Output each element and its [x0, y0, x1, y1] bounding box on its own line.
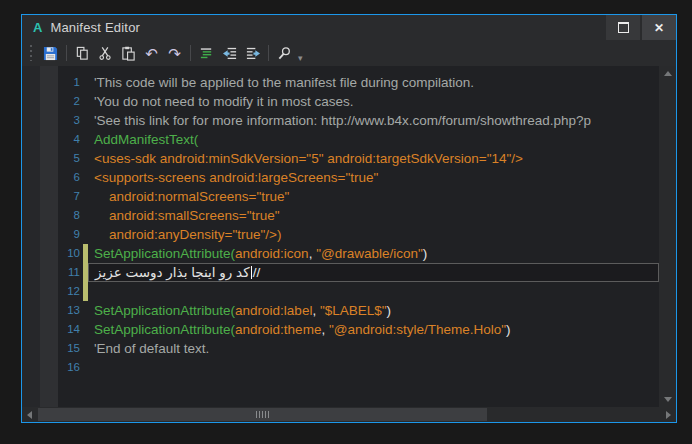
close-icon: ✕: [654, 22, 664, 34]
code-editor[interactable]: 1'This code will be applied to the manif…: [58, 66, 659, 407]
code-token: SetApplicationAttribute(: [94, 246, 235, 261]
code-text: [88, 282, 659, 301]
line-number: 5: [58, 149, 80, 168]
scroll-down-icon: [664, 397, 672, 402]
code-text: 'You do not need to modify it in most ca…: [88, 92, 659, 111]
line-number: 14: [58, 320, 80, 339]
code-text: 'End of default text.: [88, 339, 659, 358]
code-token: کد رو اینجا بذار دوست عزیز: [95, 265, 250, 280]
code-text: SetApplicationAttribute(android:theme, "…: [88, 320, 659, 339]
code-token: <supports-screens android:largeScreens="…: [94, 170, 378, 185]
horizontal-scrollbar[interactable]: [22, 407, 676, 422]
code-line[interactable]: 1'This code will be applied to the manif…: [58, 73, 659, 92]
line-number: 12: [58, 282, 80, 301]
code-token: SetApplicationAttribute(: [94, 322, 235, 337]
search-icon: [277, 46, 292, 61]
line-number: 1: [58, 73, 80, 92]
code-line[interactable]: 6<supports-screens android:largeScreens=…: [58, 168, 659, 187]
code-token: 'You do not need to modify it in most ca…: [94, 94, 353, 109]
code-line[interactable]: 11کد رو اینجا بذار دوست عزیز//: [58, 263, 659, 282]
code-token: android:icon: [235, 246, 309, 261]
code-token: android:normalScreens="true": [94, 189, 289, 204]
code-line[interactable]: 7 android:normalScreens="true": [58, 187, 659, 206]
app-logo: A: [33, 20, 42, 35]
toolbar-overflow-icon[interactable]: ▾: [298, 53, 303, 66]
code-text: AddManifestText(: [88, 130, 659, 149]
code-token: AddManifestText(: [94, 132, 198, 147]
code-line[interactable]: 9 android:anyDensity="true"/>): [58, 225, 659, 244]
code-token: ): [423, 246, 428, 261]
maximize-button[interactable]: [606, 15, 640, 40]
line-number: 9: [58, 225, 80, 244]
code-line[interactable]: 10SetApplicationAttribute(android:icon, …: [58, 244, 659, 263]
code-text: android:smallScreens="true": [88, 206, 659, 225]
line-number: 2: [58, 92, 80, 111]
cut-button[interactable]: [94, 42, 117, 64]
text-cursor: [251, 266, 252, 279]
scroll-left-icon: [27, 411, 32, 419]
horizontal-scroll-thumb[interactable]: [38, 408, 487, 421]
code-text: android:normalScreens="true": [88, 187, 659, 206]
shift-right-button[interactable]: [241, 42, 264, 64]
code-line[interactable]: 3'See this link for for more information…: [58, 111, 659, 130]
shift-left-button[interactable]: [218, 42, 241, 64]
code-line[interactable]: 5<uses-sdk android:minSdkVersion="5" and…: [58, 149, 659, 168]
line-number: 3: [58, 111, 80, 130]
toolbar-separator: [268, 45, 269, 61]
cut-icon: [98, 46, 113, 61]
close-button[interactable]: ✕: [642, 15, 676, 40]
manifest-editor-window: A Manifest Editor ✕: [21, 14, 677, 423]
line-number: 7: [58, 187, 80, 206]
scroll-up-icon: [664, 71, 672, 76]
line-number: 13: [58, 301, 80, 320]
code-token: ,: [312, 303, 320, 318]
maximize-icon: [618, 22, 629, 33]
undo-icon: ↶: [145, 46, 158, 61]
line-number: 4: [58, 130, 80, 149]
toolbar-grip[interactable]: [28, 45, 35, 61]
paste-button[interactable]: [117, 42, 140, 64]
search-button[interactable]: [273, 42, 296, 64]
code-text: <uses-sdk android:minSdkVersion="5" andr…: [88, 149, 659, 168]
redo-button[interactable]: ↷: [163, 42, 186, 64]
code-line[interactable]: 14SetApplicationAttribute(android:theme,…: [58, 320, 659, 339]
scroll-left-button[interactable]: [22, 407, 37, 422]
editor-selection-margin: [22, 66, 40, 407]
line-number: 8: [58, 206, 80, 225]
code-token: android:smallScreens="true": [94, 208, 280, 223]
titlebar[interactable]: A Manifest Editor ✕: [22, 15, 676, 40]
code-token: ): [387, 303, 392, 318]
scroll-up-button[interactable]: [659, 66, 676, 81]
undo-button[interactable]: ↶: [140, 42, 163, 64]
code-token: android:label: [235, 303, 312, 318]
window-controls: ✕: [604, 15, 676, 40]
format-lines-button[interactable]: [195, 42, 218, 64]
code-line[interactable]: 13SetApplicationAttribute(android:label,…: [58, 301, 659, 320]
code-line[interactable]: 12: [58, 282, 659, 301]
code-token: 'End of default text.: [94, 341, 209, 356]
line-number: 6: [58, 168, 80, 187]
copy-icon: [75, 46, 90, 61]
code-line[interactable]: 15'End of default text.: [58, 339, 659, 358]
line-number: 11: [58, 263, 80, 282]
code-text: 'This code will be applied to the manife…: [88, 73, 659, 92]
code-text: کد رو اینجا بذار دوست عزیز//: [88, 263, 659, 282]
horizontal-scroll-track[interactable]: [37, 407, 661, 422]
copy-button[interactable]: [71, 42, 94, 64]
shift-left-icon: [222, 46, 238, 61]
code-line[interactable]: 16: [58, 358, 659, 377]
editor-area: 1'This code will be applied to the manif…: [22, 66, 676, 407]
editor-icon-margin: [40, 66, 58, 407]
save-button[interactable]: [39, 42, 62, 64]
code-text: android:anyDensity="true"/>): [88, 225, 659, 244]
code-line[interactable]: 4AddManifestText(: [58, 130, 659, 149]
code-line[interactable]: 8 android:smallScreens="true": [58, 206, 659, 225]
vertical-scrollbar[interactable]: [659, 66, 676, 407]
scroll-down-button[interactable]: [659, 392, 676, 407]
scroll-right-icon: [666, 411, 671, 419]
save-icon: [43, 46, 58, 61]
scroll-right-button[interactable]: [661, 407, 676, 422]
code-text: <supports-screens android:largeScreens="…: [88, 168, 659, 187]
code-line[interactable]: 2'You do not need to modify it in most c…: [58, 92, 659, 111]
code-token: android:anyDensity="true"/>): [94, 227, 281, 242]
